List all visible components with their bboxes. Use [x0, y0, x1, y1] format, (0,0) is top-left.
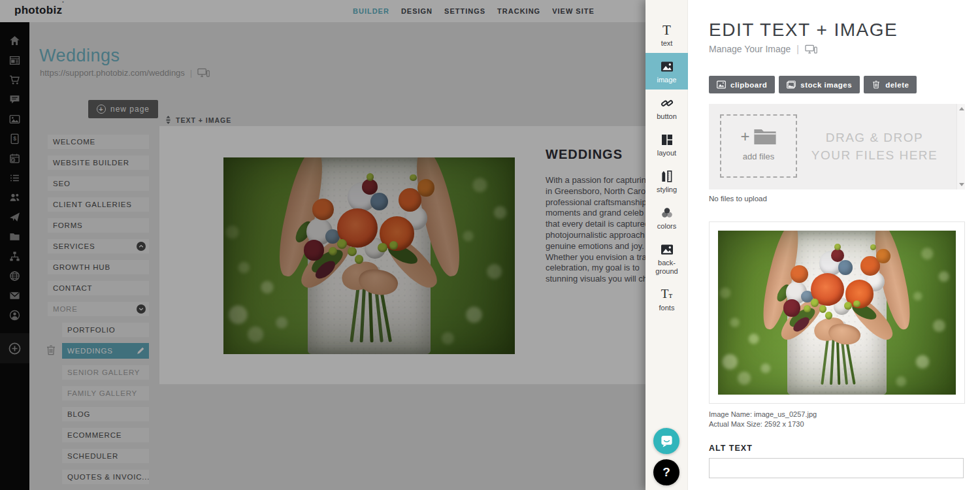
pencil-edit-icon[interactable] [137, 346, 145, 356]
page-item-family-gallery[interactable]: FAMILY GALLERY [62, 386, 149, 400]
page-item-growth-hub[interactable]: GROWTH HUB [48, 260, 149, 274]
trash-icon[interactable] [46, 345, 56, 357]
app-icon-rail: $ [0, 22, 29, 490]
page-item-scheduler[interactable]: SCHEDULER [62, 449, 149, 463]
photobiz-logo[interactable]: photobiz˚ [14, 4, 64, 17]
devices-preview-icon[interactable] [805, 44, 817, 54]
pages-list: WELCOMEWEBSITE BUILDERSEOCLIENT GALLERIE… [48, 135, 152, 490]
page-item-label: SENIOR GALLERY [67, 368, 140, 376]
scroll-down-arrow[interactable] [959, 183, 964, 186]
image-preview-card [709, 221, 965, 404]
toolbar-item-label: button [651, 112, 683, 121]
panel-subtitle: Manage Your Image [709, 44, 791, 54]
live-chat-button[interactable] [653, 428, 679, 454]
chat-icon[interactable] [0, 90, 29, 109]
invoice-icon[interactable]: $ [0, 129, 29, 148]
page-item-senior-gallery[interactable]: SENIOR GALLERY [62, 365, 149, 380]
image-name: image_us_0257.jpg [754, 410, 817, 418]
page-item-website-builder[interactable]: WEBSITE BUILDER [48, 155, 149, 170]
styling-icon [645, 169, 688, 184]
page-item-contact[interactable]: CONTACT [48, 281, 149, 295]
new-page-button[interactable]: + new page [88, 100, 158, 118]
website-icon[interactable] [0, 50, 29, 70]
trash-icon [872, 80, 881, 89]
gallery-icon[interactable] [0, 109, 29, 129]
topnav-design[interactable]: DESIGN [401, 7, 433, 15]
file-dropzone[interactable]: + add files DRAG & DROP YOUR FILES HERE [709, 104, 965, 189]
page-item-portfolio[interactable]: PORTFOLIO [62, 323, 149, 337]
page-item-label: CLIENT GALLERIES [53, 201, 132, 208]
toolbar-item-image[interactable]: image [645, 53, 688, 90]
alt-text-input[interactable] [709, 458, 964, 478]
toolbar-item-colors[interactable]: colors [645, 199, 688, 236]
page-item-label: SEO [53, 180, 71, 188]
clipboard-button[interactable]: clipboard [709, 76, 775, 93]
toolbar-item-text[interactable]: Ttext [645, 16, 688, 53]
toolbar-item-layout[interactable]: layout [645, 126, 688, 163]
drag-drop-text: DRAG & DROP YOUR FILES HERE [804, 129, 945, 164]
scroll-up-arrow[interactable] [959, 107, 964, 110]
page-item-services[interactable]: SERVICES [48, 239, 149, 253]
toolbar-item-label: colors [651, 222, 683, 231]
text-image-block-handle[interactable]: TEXT + IMAGE [165, 116, 231, 124]
image-stack-icon [787, 80, 796, 89]
toolbar-item-label: text [651, 39, 683, 48]
stock-images-button[interactable]: stock images [779, 76, 860, 93]
topnav-tracking[interactable]: TRACKING [497, 7, 540, 15]
page-item-forms[interactable]: FORMS [48, 218, 149, 233]
page-item-label: WELCOME [53, 138, 95, 146]
page-item-more[interactable]: MORE [48, 302, 149, 316]
users-icon[interactable] [0, 188, 29, 207]
send-icon[interactable] [0, 207, 29, 227]
panel-title: EDIT TEXT + IMAGE [709, 20, 898, 41]
add-files-label: add files [721, 152, 796, 161]
cart-icon[interactable] [0, 70, 29, 90]
chat-bubble-icon [660, 434, 674, 448]
toolbar-item-fonts[interactable]: Tтfonts [645, 281, 688, 318]
sitemap-icon[interactable] [0, 246, 29, 266]
page-item-client-galleries[interactable]: CLIENT GALLERIES [48, 197, 149, 212]
delete-button[interactable]: delete [864, 76, 917, 93]
mail-icon[interactable] [0, 286, 29, 305]
page-item-welcome[interactable]: WELCOME [48, 135, 149, 149]
folder-icon[interactable] [0, 227, 29, 246]
toolbar-item-styling[interactable]: styling [645, 163, 688, 199]
photo-vignette [718, 231, 956, 395]
topnav-builder[interactable]: BUILDER [353, 7, 389, 15]
builder-content: Weddings https://support.photobiz.com/we… [29, 22, 645, 490]
plus-icon: + [97, 105, 106, 114]
topnav-settings[interactable]: SETTINGS [444, 7, 485, 15]
wedding-photo-canvas[interactable] [223, 157, 515, 354]
question-mark-icon: ? [662, 465, 670, 480]
chevron-down-icon[interactable] [137, 304, 146, 314]
toolbar-item-label: layout [651, 149, 683, 157]
page-item-quotes-invoic-[interactable]: QUOTES & INVOIC... [62, 470, 149, 484]
dropzone-scrollbar[interactable] [956, 104, 965, 189]
page-item-weddings[interactable]: WEDDINGS [62, 343, 149, 359]
page-item-seo[interactable]: SEO [48, 176, 149, 191]
layout-icon [645, 133, 688, 147]
page-item-label: WEBSITE BUILDER [53, 159, 129, 167]
top-navigation: BUILDERDESIGNSETTINGSTRACKINGVIEW SITE [353, 0, 595, 22]
account-icon[interactable] [0, 305, 29, 325]
page-item-blog[interactable]: BLOG [62, 407, 149, 421]
toolbar-item-background[interactable]: back-ground [645, 236, 688, 281]
devices-preview-icon[interactable] [197, 68, 210, 78]
photo-vignette [223, 157, 515, 354]
folder-icon [753, 127, 777, 145]
page-item-label: WEDDINGS [67, 347, 113, 355]
list-icon[interactable] [0, 168, 29, 188]
toolbar-item-button[interactable]: button [645, 90, 688, 126]
toolbar-item-label: image [651, 76, 683, 84]
text-icon: T [645, 23, 688, 37]
calendar-icon[interactable] [0, 148, 29, 168]
page-item-ecommerce[interactable]: ECOMMERCE [62, 428, 149, 442]
globe-icon[interactable] [0, 266, 29, 286]
topnav-view-site[interactable]: VIEW SITE [552, 7, 595, 15]
chevron-up-icon[interactable] [137, 242, 146, 251]
add-files-button[interactable]: + add files [720, 114, 797, 178]
home-icon[interactable] [0, 31, 29, 50]
add-plus-icon[interactable] [0, 333, 29, 363]
page-title: Weddings [39, 46, 120, 66]
help-button[interactable]: ? [653, 459, 679, 485]
